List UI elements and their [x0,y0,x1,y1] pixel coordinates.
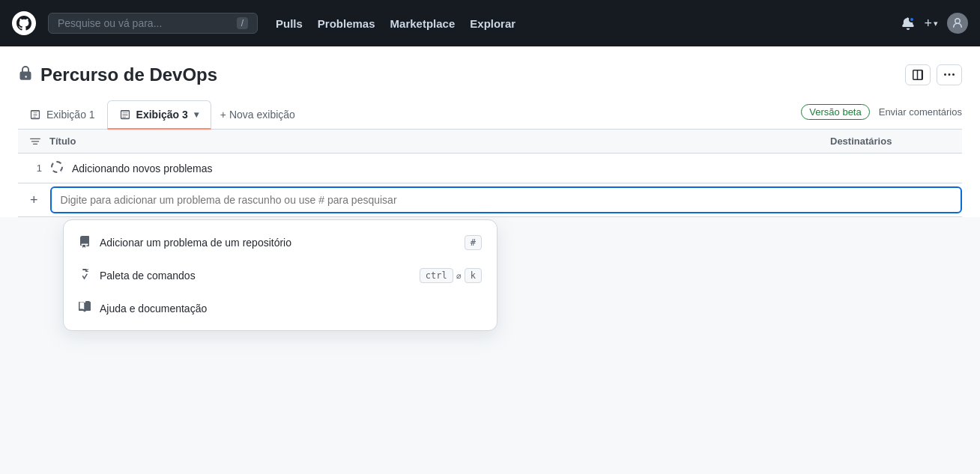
tab-exibicao1-label: Exibição 1 [46,109,95,121]
add-row: + Adicionar um problema de um repositóri… [18,183,962,217]
nav-pulls[interactable]: Pulls [276,17,303,30]
add-view-button[interactable]: + Nova exibição [211,101,304,128]
tab-exibicao1[interactable]: Exibição 1 [18,101,107,130]
tabs-right: Versão beta Enviar comentários [801,104,962,126]
layout-button[interactable] [905,64,931,85]
row-title[interactable]: Adicionando novos problemas [72,162,821,174]
search-kbd-hint: / [237,17,248,29]
filter-icon[interactable] [30,136,40,147]
kbd-separator: ⌀ [456,271,462,281]
table-row: 1 Adicionando novos problemas [18,154,962,183]
nav-marketplace[interactable]: Marketplace [390,17,456,30]
github-logo[interactable] [12,11,36,35]
tab-exibicao3[interactable]: Exibição 3 ▾ [107,100,211,130]
page-title: Percurso de DevOps [40,64,217,85]
add-item-dropdown: Adicionar um problema de um repositório … [63,219,497,331]
page-header-left: Percurso de DevOps [18,64,217,85]
nav-explorar[interactable]: Explorar [470,17,515,30]
add-item-input[interactable] [50,186,962,213]
kbd-k: k [465,268,482,283]
create-new-button[interactable]: + ▾ [924,16,938,31]
dropdown-label-add-repo-issue: Adicionar um problema de um repositório [100,237,456,249]
kbd-hash: # [465,235,482,250]
tabs-bar: Exibição 1 Exibição 3 ▾ + Nova exibição … [18,100,962,130]
row-number: 1 [30,162,42,174]
nav-problemas[interactable]: Problemas [318,17,375,30]
col-title-header: Título [49,136,821,147]
table-header: Título Destinatários [18,130,962,154]
user-avatar-menu[interactable] [947,13,968,34]
notifications-button[interactable] [901,16,915,30]
search-placeholder: Pesquise ou vá para... [58,17,231,29]
kbd-ctrl: ctrl [420,268,453,283]
top-navigation: Pesquise ou vá para... / Pulls Problemas… [0,0,980,46]
add-item-plus[interactable]: + [18,185,50,216]
page-header-actions [905,64,962,85]
lightning-icon [79,269,91,283]
main-content: Percurso de DevOps Exibição 1 Exibição 3… [0,46,980,217]
more-options-button[interactable] [937,64,962,85]
dropdown-item-command-palette[interactable]: Paleta de comandos ctrl ⌀ k [64,259,497,292]
page-header: Percurso de DevOps [18,64,962,85]
repo-icon [79,236,91,250]
feedback-link[interactable]: Enviar comentários [879,106,962,118]
beta-badge[interactable]: Versão beta [801,104,869,120]
dropdown-kbd-add-repo: # [465,235,482,250]
dropdown-kbd-command-palette: ctrl ⌀ k [420,268,482,283]
book-icon [79,301,91,315]
tab-exibicao3-label: Exibição 3 [136,109,188,121]
tab-dropdown-chevron[interactable]: ▾ [194,109,199,120]
lock-icon [18,66,33,84]
dropdown-item-add-repo-issue[interactable]: Adicionar um problema de um repositório … [64,226,497,259]
topnav-right-actions: + ▾ [901,13,968,34]
col-assignees-header: Destinatários [830,136,950,147]
dropdown-item-help-docs[interactable]: Ajuda e documentação [64,292,497,324]
global-search[interactable]: Pesquise ou vá para... / [48,13,258,34]
nav-links: Pulls Problemas Marketplace Explorar [276,17,515,30]
issue-draft-icon [51,161,63,175]
dropdown-label-help-docs: Ajuda e documentação [100,303,482,315]
dropdown-label-command-palette: Paleta de comandos [100,270,411,282]
